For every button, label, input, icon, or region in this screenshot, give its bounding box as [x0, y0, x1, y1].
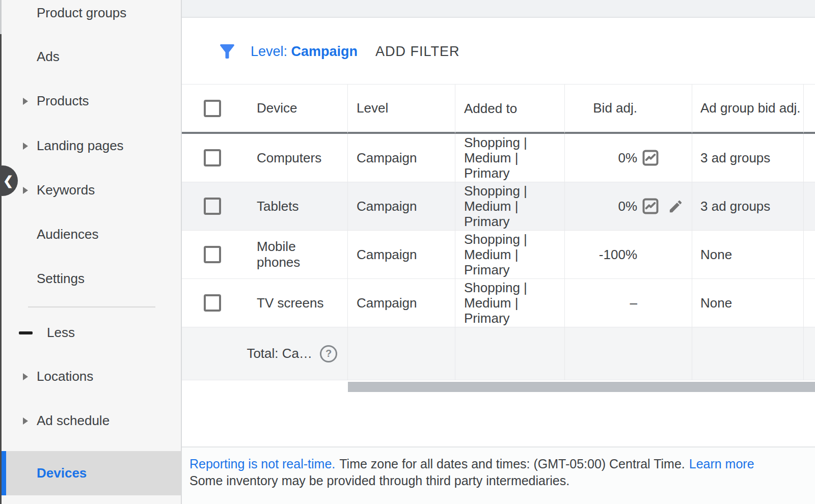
added-to-line: Medium | — [464, 199, 518, 214]
inventory-text: Some inventory may be provided through t… — [189, 473, 569, 488]
level-value: Campaign — [357, 295, 417, 311]
row-checkbox[interactable] — [204, 294, 221, 312]
ad-group-bid-adj-cell: None — [692, 279, 804, 327]
ad-group-bid-adj-cell[interactable]: 3 ad groups — [692, 134, 804, 182]
table-row: TV screens — [182, 279, 348, 327]
filter-level-label: Level: — [251, 44, 287, 59]
level-cell: Campaign — [348, 279, 455, 327]
chevron-left-icon: ❮ — [3, 174, 13, 188]
filter-chip-level-campaign[interactable]: Level: Campaign — [251, 44, 358, 60]
header-label: Bid adj. — [593, 100, 637, 116]
header-label: Added to — [464, 101, 517, 116]
ad-group-bid-adj-value: 3 ad groups — [700, 199, 770, 214]
added-to-cell: Shopping | Medium | Primary — [455, 231, 565, 279]
horizontal-scrollbar-thumb[interactable] — [348, 382, 815, 392]
level-cell: Campaign — [348, 182, 455, 231]
overflow-cell — [804, 134, 815, 182]
header-device-cell: Device — [182, 84, 348, 134]
sidebar-item-label: Keywords — [37, 182, 95, 198]
total-empty-cell — [348, 327, 455, 380]
sidebar-item-locations[interactable]: Locations — [0, 354, 181, 399]
sidebar-item-products[interactable]: Products — [0, 79, 181, 123]
sidebar-item-label: Products — [37, 93, 89, 109]
column-header-device[interactable]: Device — [257, 100, 309, 116]
bid-adj-value: – — [630, 295, 637, 311]
sidebar-item-label: Audiences — [37, 227, 98, 242]
sidebar-item-settings[interactable]: Settings — [0, 257, 181, 301]
ad-group-bid-adj-value: None — [700, 295, 732, 311]
edit-pencil-icon[interactable] — [668, 199, 684, 214]
added-to-cell: Shopping | Medium | Primary — [455, 182, 565, 231]
sidebar-item-label: Ad schedule — [37, 413, 110, 429]
row-checkbox[interactable] — [204, 198, 221, 215]
bid-adj-cell: 0% — [565, 182, 692, 231]
top-strip — [182, 0, 815, 18]
column-header-bid-adj[interactable]: Bid adj. — [565, 84, 692, 134]
learn-more-link[interactable]: Learn more — [689, 457, 754, 471]
sidebar-item-keywords[interactable]: Keywords — [0, 168, 181, 212]
ad-group-bid-adj-value: None — [700, 247, 732, 263]
sidebar-item-less[interactable]: Less — [0, 311, 181, 355]
added-to-line: Medium | — [464, 150, 518, 165]
sidebar-scrollbar[interactable] — [0, 34, 2, 504]
timezone-text: Time zone for all dates and times: (GMT-… — [339, 457, 685, 471]
device-name: TV screens — [257, 295, 336, 311]
added-to-line: Shopping | — [464, 135, 527, 150]
sidebar-item-label: Ads — [37, 49, 60, 65]
expand-triangle-icon[interactable] — [23, 98, 28, 105]
sidebar-item-label: Settings — [37, 271, 85, 287]
reporting-link[interactable]: Reporting is not real-time. — [189, 457, 335, 471]
added-to-line: Primary — [464, 311, 510, 326]
added-to-cell: Shopping | Medium | Primary — [455, 279, 565, 327]
added-to-line: Shopping | — [464, 183, 527, 199]
sidebar-nav: Product groups Ads Products Landing page… — [0, 0, 181, 504]
table-row: Computers — [182, 134, 348, 182]
header-label: Level — [357, 100, 388, 116]
row-checkbox[interactable] — [204, 149, 221, 166]
help-icon[interactable]: ? — [320, 345, 337, 362]
select-all-checkbox[interactable] — [204, 100, 221, 117]
expand-triangle-icon[interactable] — [23, 187, 28, 194]
expand-triangle-icon[interactable] — [23, 417, 28, 425]
expand-triangle-icon[interactable] — [23, 373, 28, 380]
added-to-line: Primary — [464, 165, 510, 181]
level-value: Campaign — [357, 247, 417, 263]
sidebar-item-audiences[interactable]: Audiences — [0, 212, 181, 257]
sidebar-item-product-groups[interactable]: Product groups — [0, 0, 181, 35]
sidebar-item-ads[interactable]: Ads — [0, 35, 181, 79]
column-header-added-to[interactable]: Added to — [455, 84, 565, 134]
bid-adj-value: 0% — [618, 150, 637, 166]
bid-adj-cell: – — [565, 279, 692, 327]
sidebar-item-label: Devices — [37, 465, 87, 481]
footer-line-2: Some inventory may be provided through t… — [189, 472, 815, 489]
devices-table: Device Level Added to Bid adj. Ad group … — [182, 84, 815, 380]
minus-icon — [19, 331, 33, 334]
row-checkbox[interactable] — [204, 246, 221, 263]
footer-disclaimer: Reporting is not real-time.Time zone for… — [182, 446, 815, 504]
filter-level-value: Campaign — [291, 44, 358, 59]
table-row: Mobile phones — [182, 231, 348, 279]
add-filter-button[interactable]: ADD FILTER — [375, 44, 460, 60]
sidebar-item-label: Locations — [37, 369, 93, 384]
total-row-label-cell: Total: Ca… ? — [182, 327, 348, 380]
chart-icon[interactable] — [641, 197, 660, 215]
column-header-ad-group-bid-adj[interactable]: Ad group bid adj. — [692, 84, 804, 134]
total-empty-cell — [565, 327, 692, 380]
ad-group-bid-adj-cell: None — [692, 231, 804, 279]
level-cell: Campaign — [348, 231, 455, 279]
ad-group-bid-adj-value: 3 ad groups — [700, 150, 770, 166]
ad-group-bid-adj-cell[interactable]: 3 ad groups — [692, 182, 804, 231]
bid-adj-cell: -100% — [565, 231, 692, 279]
total-label: Total: Ca… — [247, 346, 312, 361]
chart-icon[interactable] — [641, 149, 660, 167]
expand-triangle-icon[interactable] — [23, 143, 28, 150]
sidebar-item-devices[interactable]: Devices — [0, 451, 181, 495]
level-value: Campaign — [357, 150, 417, 166]
added-to-line: Primary — [464, 262, 510, 277]
sidebar-item-ad-schedule[interactable]: Ad schedule — [0, 399, 181, 443]
total-empty-cell — [455, 327, 565, 380]
sidebar-item-label: Less — [47, 325, 75, 341]
sidebar-item-landing-pages[interactable]: Landing pages — [0, 124, 181, 168]
column-header-level[interactable]: Level — [348, 84, 455, 134]
overflow-cell — [804, 182, 815, 231]
